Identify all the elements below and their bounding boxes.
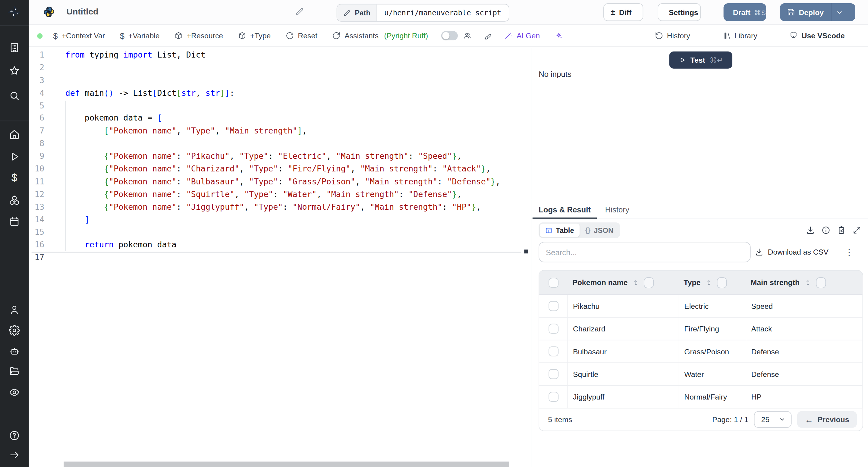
line-number: 16 [29, 239, 44, 251]
column-toggle-checkbox[interactable] [815, 277, 826, 288]
page-size-value: 25 [761, 415, 770, 424]
download-result-icon[interactable] [806, 226, 815, 235]
sort-icon[interactable] [632, 279, 639, 286]
folder-icon[interactable] [9, 366, 20, 377]
add-variable-label: +Variable [128, 32, 160, 40]
view-json-label: JSON [594, 226, 613, 235]
indent-guide [65, 101, 66, 251]
chevron-down-icon [836, 8, 843, 15]
collaborators-button[interactable] [464, 32, 472, 40]
view-table-button[interactable]: Table [540, 223, 580, 237]
tab-logs-result[interactable]: Logs & Result [531, 200, 598, 219]
chevron-down-icon [779, 416, 785, 423]
boxes-icon[interactable] [9, 195, 20, 206]
package-icon [175, 32, 183, 40]
code-line: 10 {"Pokemon name": "Charizard", "Type":… [29, 163, 523, 175]
dollar-icon[interactable]: $ [9, 173, 20, 184]
horizontal-scrollbar[interactable] [64, 462, 509, 467]
add-resource-button[interactable]: +Resource [175, 32, 223, 40]
robot-icon[interactable] [9, 346, 20, 357]
windmill-logo-icon[interactable] [8, 5, 21, 19]
tab-history[interactable]: History [598, 200, 637, 219]
user-icon[interactable] [9, 304, 20, 315]
plus-minus-icon: ± [611, 8, 615, 16]
row-checkbox[interactable] [548, 301, 558, 311]
table-search-input[interactable] [538, 242, 750, 262]
calendar-icon[interactable] [9, 216, 20, 227]
draft-button[interactable]: Draft ⌘S [724, 3, 766, 21]
deploy-button[interactable]: Deploy [780, 3, 831, 21]
code-text [44, 137, 65, 150]
deploy-options-button[interactable] [831, 3, 847, 21]
result-table: Pokemon name Type Main strength [538, 270, 863, 431]
code-line: 14 ] [29, 213, 523, 226]
diff-button[interactable]: ± Diff [603, 3, 643, 21]
library-button[interactable]: Library [722, 32, 757, 40]
line-number: 6 [29, 112, 44, 125]
history-button[interactable]: History [655, 32, 690, 40]
play-icon[interactable] [9, 151, 20, 162]
gear-icon[interactable] [9, 325, 20, 336]
page-size-select[interactable]: 25 [754, 411, 792, 428]
help-icon[interactable] [9, 430, 20, 441]
eye-icon[interactable] [9, 387, 20, 398]
magic-wand-icon [504, 32, 513, 40]
sparkles-icon [555, 32, 563, 40]
ai-gen-button[interactable]: AI Gen [504, 32, 540, 40]
code-editor[interactable]: 1from typing import List, Dict234def mai… [29, 48, 523, 467]
code-text: def main() -> List[Dict[str, str]]: [44, 87, 235, 99]
sort-icon[interactable] [804, 279, 811, 286]
view-json-button[interactable]: {} JSON [580, 223, 619, 237]
edit-summary-pencil-icon[interactable] [295, 7, 304, 16]
test-run-button[interactable]: Test ⌘↵ [670, 52, 733, 69]
vscode-cat-icon [789, 32, 798, 40]
assistants-button[interactable]: Assistants [333, 32, 378, 40]
settings-button[interactable]: Settings [658, 3, 701, 21]
reset-button[interactable]: Reset [286, 32, 317, 40]
draft-label: Draft [733, 8, 750, 17]
info-icon[interactable] [822, 226, 830, 235]
result-tabs: Logs & Result History [531, 200, 868, 219]
path-label: Path [355, 8, 370, 17]
select-all-checkbox[interactable] [548, 278, 558, 287]
sparkles-button[interactable] [555, 32, 563, 40]
line-number: 5 [29, 99, 44, 112]
sort-icon[interactable] [705, 279, 712, 286]
column-toggle-checkbox[interactable] [717, 277, 727, 288]
format-brush-button[interactable] [484, 32, 493, 40]
building-icon[interactable] [9, 42, 20, 53]
code-line: 7 ["Pokemon name", "Type", "Main strengt… [29, 125, 523, 137]
arrow-right-icon[interactable] [9, 449, 20, 460]
table-cell: Speed [746, 295, 863, 317]
row-checkbox[interactable] [548, 346, 558, 356]
expand-icon[interactable] [852, 226, 861, 235]
use-vscode-button[interactable]: Use VScode [789, 32, 845, 40]
table-row: JigglypuffNormal/FairyHP [539, 386, 863, 408]
overview-ruler-mark [524, 249, 528, 253]
code-text: {"Pokemon name": "Bulbasaur", "Type": "G… [44, 175, 500, 188]
code-text: return pokemon_data [44, 239, 177, 251]
table-search-row: Download as CSV ⋮ [531, 242, 868, 262]
play-icon [679, 56, 686, 64]
line-number: 15 [29, 226, 44, 239]
download-csv-button[interactable]: Download as CSV [755, 248, 828, 256]
add-type-button[interactable]: +Type [238, 32, 271, 40]
row-checkbox[interactable] [548, 392, 558, 402]
assistants-label: Assistants [344, 32, 378, 40]
script-path-control[interactable]: Path u/henri/maneuverable_script [337, 4, 509, 22]
assistants-toggle[interactable] [441, 31, 458, 40]
row-checkbox[interactable] [548, 369, 558, 379]
row-checkbox[interactable] [548, 323, 558, 334]
add-variable-button[interactable]: $ +Variable [120, 31, 160, 40]
code-text: {"Pokemon name": "Charizard", "Type": "F… [44, 163, 491, 175]
table-menu-kebab-icon[interactable]: ⋮ [845, 248, 854, 256]
column-toggle-checkbox[interactable] [644, 277, 654, 288]
star-icon[interactable] [9, 65, 20, 76]
home-icon[interactable] [9, 129, 20, 140]
search-icon[interactable] [9, 90, 20, 101]
panel-divider[interactable] [523, 48, 532, 467]
copy-clipboard-icon[interactable] [837, 226, 846, 235]
previous-page-button[interactable]: ← Previous [797, 411, 857, 428]
add-context-var-button[interactable]: $ +Context Var [53, 31, 105, 40]
previous-label: Previous [818, 415, 849, 424]
